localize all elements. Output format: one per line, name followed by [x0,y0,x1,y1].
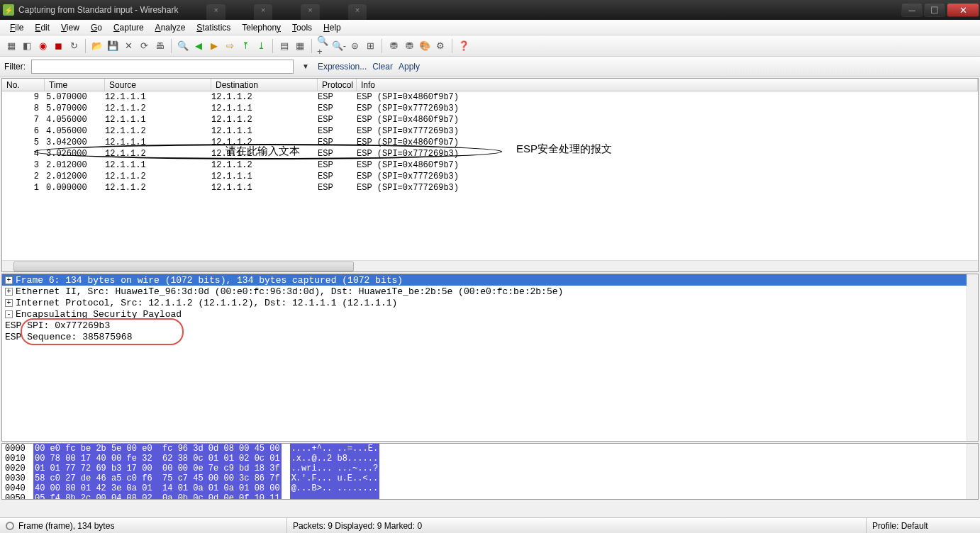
packet-row[interactable]: 10.00000012.1.1.212.1.1.1ESPESP (SPI=0x7… [2,182,978,193]
menu-help[interactable]: Help [318,21,347,34]
packet-bytes-pane[interactable]: 000000 e0 fc be 2b 5e 00 e0 fc 96 3d 0d … [1,443,979,500]
menu-capture[interactable]: Capture [108,21,150,34]
restart-capture-icon[interactable]: ↻ [67,39,81,53]
find-icon[interactable]: 🔍 [176,39,190,53]
col-destination[interactable]: Destination [211,79,318,91]
packet-row[interactable]: 95.07000012.1.1.112.1.1.2ESPESP (SPI=0x4… [2,91,978,103]
packet-details-pane[interactable]: +Frame 6: 134 bytes on wire (1072 bits),… [1,274,979,442]
expand-icon[interactable]: + [5,299,13,307]
stop-capture-icon[interactable]: ◼ [51,39,65,53]
detail-ip[interactable]: +Internet Protocol, Src: 12.1.1.2 (12.1.… [2,297,978,308]
menu-bar: File Edit View Go Capture Analyze Statis… [0,20,980,35]
zoom-in-icon[interactable]: 🔍+ [316,39,330,53]
packet-row[interactable]: 43.02600012.1.1.212.1.1.1ESPESP (SPI=0x7… [2,148,978,159]
hex-line[interactable]: 001000 78 00 17 40 00 fe 32 62 38 0c 01 … [2,454,978,464]
hex-line[interactable]: 003058 c0 27 de 46 a5 c0 f6 75 c7 45 00 … [2,473,978,483]
reload-icon[interactable]: ⟳ [137,39,151,53]
hex-line[interactable]: 000000 e0 fc be 2b 5e 00 e0 fc 96 3d 0d … [2,444,978,454]
expand-icon[interactable]: + [5,288,13,296]
help-icon[interactable]: ❓ [457,39,471,53]
maximize-button[interactable]: ☐ [924,3,945,17]
vertical-scrollbar[interactable] [967,274,978,441]
browser-tab-stub[interactable]: × [254,4,272,20]
horizontal-scrollbar[interactable] [2,260,978,271]
filter-input[interactable] [31,60,294,74]
zoom-out-icon[interactable]: 🔍- [332,39,346,53]
status-profile[interactable]: Profile: Default [872,521,928,531]
packet-row[interactable]: 32.01200012.1.1.112.1.1.2ESPESP (SPI=0x4… [2,159,978,171]
packet-row[interactable]: 53.04200012.1.1.112.1.1.2ESPESP (SPI=0x4… [2,137,978,148]
menu-tools[interactable]: Tools [286,21,318,34]
interfaces-icon[interactable]: ▦ [4,39,18,53]
clear-button[interactable]: Clear [372,62,393,72]
vertical-scrollbar[interactable] [967,444,978,499]
packet-row[interactable]: 64.05600012.1.1.212.1.1.1ESPESP (SPI=0x7… [2,125,978,137]
close-button[interactable]: ✕ [947,3,979,17]
menu-edit[interactable]: Edit [29,21,55,34]
menu-analyze[interactable]: Analyze [150,21,191,34]
options-icon[interactable]: ◧ [20,39,34,53]
go-last-icon[interactable]: ⤓ [254,39,268,53]
collapse-icon[interactable]: - [5,310,13,318]
separator [171,39,172,53]
go-forward-icon[interactable]: ▶ [207,39,221,53]
col-protocol[interactable]: Protocol [318,79,357,91]
menu-file[interactable]: File [4,21,29,34]
resize-columns-icon[interactable]: ⊞ [363,39,377,53]
go-back-icon[interactable]: ◀ [191,39,206,53]
hex-line[interactable]: 002001 01 77 72 69 b3 17 00 00 00 0e 7e … [2,464,978,473]
browser-tab-stub[interactable]: × [206,4,225,20]
go-first-icon[interactable]: ⤒ [238,39,252,53]
go-to-packet-icon[interactable]: ⇨ [223,39,237,53]
separator [85,39,86,53]
apply-button[interactable]: Apply [399,62,420,72]
packet-row[interactable]: 22.01200012.1.1.212.1.1.1ESPESP (SPI=0x7… [2,171,978,182]
status-left: Frame (frame), 134 bytes [18,521,114,531]
filter-dropdown-icon[interactable]: ▼ [299,62,312,70]
col-no[interactable]: No. [2,79,45,91]
detail-esp-spi[interactable]: ESP SPI: 0x777269b3 [2,320,978,331]
detail-frame[interactable]: +Frame 6: 134 bytes on wire (1072 bits),… [2,274,978,286]
detail-ethernet[interactable]: +Ethernet II, Src: HuaweiTe_96:3d:0d (00… [2,286,978,297]
close-file-icon[interactable]: ✕ [121,39,135,53]
colorize-icon[interactable]: ▤ [277,39,291,53]
open-file-icon[interactable]: 📂 [90,39,104,53]
main-toolbar: ▦ ◧ ◉ ◼ ↻ 📂 💾 ✕ ⟳ 🖶 🔍 ◀ ▶ ⇨ ⤒ ⤓ ▤ ▦ 🔍+ 🔍… [0,35,980,57]
hex-line[interactable]: 004040 00 80 01 42 3e 0a 01 14 01 0a 01 … [2,483,978,493]
col-info[interactable]: Info [357,79,978,91]
minimize-button[interactable]: ─ [901,3,923,17]
display-filters-icon[interactable]: ⛃ [402,39,416,53]
app-icon: ⚡ [3,4,14,16]
packet-list-body[interactable]: 95.07000012.1.1.112.1.1.2ESPESP (SPI=0x4… [2,91,978,260]
menu-go[interactable]: Go [85,21,108,34]
browser-tab-stub[interactable]: × [301,4,319,20]
expand-icon[interactable]: + [5,276,13,284]
col-source[interactable]: Source [105,79,211,91]
expression-button[interactable]: Expression... [318,62,367,72]
menu-view[interactable]: View [55,21,85,34]
save-file-icon[interactable]: 💾 [106,39,120,53]
print-icon[interactable]: 🖶 [152,39,167,53]
packet-row[interactable]: 74.05600012.1.1.112.1.1.2ESPESP (SPI=0x4… [2,114,978,125]
expert-info-icon[interactable] [6,522,14,530]
coloring-rules-icon[interactable]: 🎨 [418,39,432,53]
hex-line[interactable]: 005005 f4 8b 2c 00 04 08 02 0a 0b 0c 0d … [2,493,978,500]
browser-tab-stub[interactable]: × [348,4,367,20]
preferences-icon[interactable]: ⚙ [433,39,447,53]
detail-esp-seq[interactable]: ESP Sequence: 385875968 [2,331,978,342]
menu-telephony[interactable]: Telephony [236,21,286,34]
filter-bar: Filter: ▼ Expression... Clear Apply [0,57,980,77]
zoom-reset-icon[interactable]: ⊜ [347,39,362,53]
capture-filters-icon[interactable]: ⛃ [386,39,401,53]
auto-scroll-icon[interactable]: ▦ [293,39,307,53]
packet-row[interactable]: 85.07000012.1.1.212.1.1.1ESPESP (SPI=0x7… [2,103,978,114]
start-capture-icon[interactable]: ◉ [35,39,50,53]
status-bar: Frame (frame), 134 bytes Packets: 9 Disp… [0,517,980,533]
separator [382,39,382,53]
detail-esp[interactable]: -Encapsulating Security Payload [2,308,978,320]
packet-list-pane: No. Time Source Destination Protocol Inf… [1,78,979,272]
menu-statistics[interactable]: Statistics [191,21,236,34]
separator [311,39,312,53]
col-time[interactable]: Time [45,79,105,91]
packet-list-header[interactable]: No. Time Source Destination Protocol Inf… [2,79,978,91]
